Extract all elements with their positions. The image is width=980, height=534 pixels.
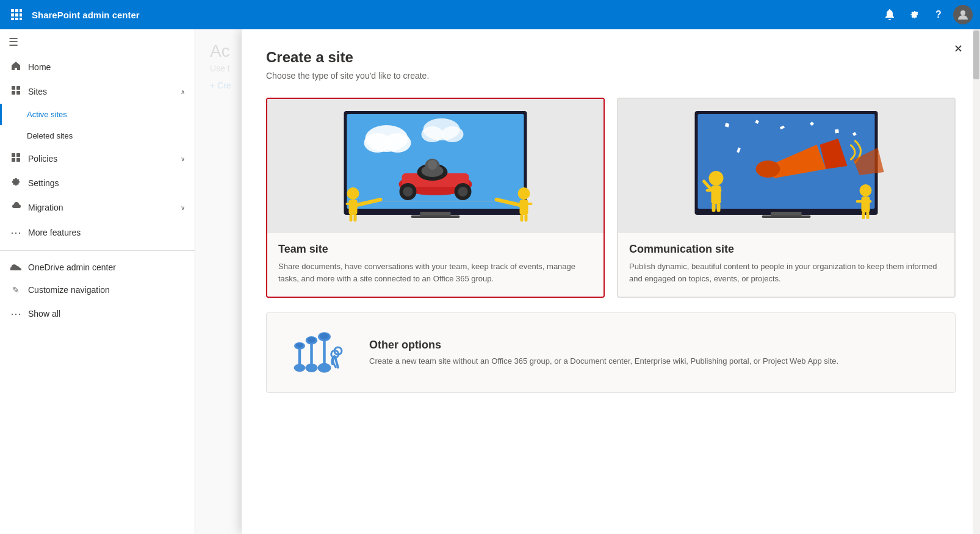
svg-point-92 bbox=[320, 333, 329, 340]
settings-icon[interactable] bbox=[904, 5, 924, 24]
svg-rect-90 bbox=[323, 337, 326, 369]
sidebar-item-migration-label: Migration bbox=[28, 203, 63, 212]
modal-subtitle: Choose the type of site you'd like to cr… bbox=[266, 71, 956, 81]
scroll-thumb bbox=[973, 31, 979, 79]
team-site-info: Team site Share documents, have conversa… bbox=[267, 233, 603, 297]
comm-site-image bbox=[618, 99, 954, 233]
svg-rect-5 bbox=[20, 13, 22, 16]
waffle-icon[interactable] bbox=[7, 5, 26, 24]
svg-rect-79 bbox=[771, 212, 802, 215]
sidebar-item-show-all-label: Show all bbox=[28, 309, 60, 319]
svg-rect-61 bbox=[835, 129, 839, 134]
svg-rect-10 bbox=[12, 86, 15, 90]
migration-icon bbox=[10, 201, 22, 214]
customize-icon: ✎ bbox=[10, 285, 22, 295]
svg-rect-2 bbox=[20, 9, 22, 12]
policies-icon bbox=[10, 153, 22, 165]
sidebar-item-show-all[interactable]: ⋯ Show all bbox=[0, 301, 195, 327]
other-options-card[interactable]: Other options Create a new team site wit… bbox=[266, 312, 956, 393]
comm-site-title: Communication site bbox=[629, 243, 943, 256]
svg-rect-76 bbox=[865, 200, 872, 203]
main-content: Ac Use t + Cre ✕ Create a site Choose th… bbox=[195, 29, 980, 534]
communication-site-card[interactable]: Communication site Publish dynamic, beau… bbox=[617, 98, 956, 298]
sites-chevron: ∧ bbox=[181, 88, 185, 95]
sidebar-item-policies[interactable]: Policies ∨ bbox=[0, 146, 195, 171]
sidebar-item-active-sites[interactable]: Active sites bbox=[0, 104, 195, 125]
team-site-card[interactable]: Team site Share documents, have conversa… bbox=[266, 98, 605, 298]
svg-point-40 bbox=[347, 187, 359, 200]
svg-rect-80 bbox=[762, 215, 811, 218]
app-title: SharePoint admin center bbox=[32, 10, 880, 20]
sidebar-item-more-features[interactable]: ⋯ More features bbox=[0, 220, 195, 245]
modal-close-button[interactable]: ✕ bbox=[948, 39, 968, 59]
svg-rect-78 bbox=[867, 212, 870, 219]
site-type-cards: Team site Share documents, have conversa… bbox=[266, 98, 956, 298]
sidebar-item-more-features-label: More features bbox=[28, 228, 81, 237]
svg-rect-11 bbox=[16, 86, 20, 90]
svg-rect-44 bbox=[350, 214, 353, 222]
team-site-title: Team site bbox=[278, 243, 593, 256]
svg-point-9 bbox=[960, 10, 965, 15]
migration-chevron: ∨ bbox=[181, 204, 185, 211]
home-icon bbox=[10, 61, 22, 73]
other-options-icon bbox=[281, 325, 355, 380]
create-site-modal: ✕ Create a site Choose the type of site … bbox=[242, 29, 980, 534]
svg-point-25 bbox=[422, 126, 444, 142]
svg-rect-1 bbox=[15, 9, 18, 12]
svg-rect-38 bbox=[420, 212, 451, 215]
sidebar-item-settings-label: Settings bbox=[28, 178, 59, 188]
svg-rect-50 bbox=[527, 203, 533, 205]
help-icon[interactable]: ? bbox=[929, 5, 948, 24]
sidebar-item-deleted-sites[interactable]: Deleted sites bbox=[0, 125, 195, 146]
svg-rect-52 bbox=[525, 214, 528, 222]
sidebar-item-customize-label: Customize navigation bbox=[28, 285, 110, 295]
sidebar-divider bbox=[0, 250, 195, 251]
sidebar-item-settings[interactable]: Settings bbox=[0, 171, 195, 195]
other-options-text: Other options Create a new team site wit… bbox=[369, 339, 838, 367]
svg-rect-77 bbox=[862, 212, 865, 219]
avatar[interactable] bbox=[953, 5, 973, 24]
modal-body: Create a site Choose the type of site yo… bbox=[242, 29, 980, 413]
svg-rect-86 bbox=[310, 341, 313, 369]
svg-rect-67 bbox=[712, 186, 721, 204]
svg-rect-48 bbox=[520, 200, 528, 215]
svg-point-65 bbox=[756, 161, 780, 178]
notification-icon[interactable] bbox=[880, 5, 899, 24]
svg-point-84 bbox=[296, 343, 303, 348]
sidebar-item-policies-label: Policies bbox=[28, 154, 57, 164]
svg-point-88 bbox=[308, 337, 316, 343]
svg-point-66 bbox=[709, 171, 724, 186]
sidebar-item-onedrive[interactable]: OneDrive admin center bbox=[0, 256, 195, 279]
sidebar-toggle[interactable]: ☰ bbox=[0, 29, 195, 55]
svg-point-73 bbox=[860, 184, 872, 197]
sidebar-item-active-sites-label: Active sites bbox=[27, 110, 67, 119]
svg-point-36 bbox=[458, 187, 468, 197]
svg-rect-51 bbox=[521, 214, 524, 222]
svg-rect-42 bbox=[346, 203, 352, 205]
sidebar-item-migration[interactable]: Migration ∨ bbox=[0, 195, 195, 220]
modal-overlay[interactable]: ✕ Create a site Choose the type of site … bbox=[195, 29, 980, 534]
svg-rect-0 bbox=[11, 9, 14, 12]
svg-rect-69 bbox=[715, 189, 722, 192]
svg-point-47 bbox=[518, 187, 530, 200]
policies-chevron: ∨ bbox=[181, 156, 185, 162]
other-options-title: Other options bbox=[369, 339, 838, 352]
scroll-indicator[interactable] bbox=[973, 29, 980, 534]
svg-rect-6 bbox=[11, 18, 14, 20]
settings-sidebar-icon bbox=[10, 177, 22, 189]
sidebar-item-sites[interactable]: Sites ∧ bbox=[0, 79, 195, 104]
svg-rect-13 bbox=[16, 91, 20, 95]
svg-rect-14 bbox=[12, 153, 15, 157]
svg-rect-4 bbox=[15, 13, 18, 16]
svg-rect-16 bbox=[12, 158, 15, 162]
svg-rect-8 bbox=[20, 18, 22, 20]
sidebar-item-customize[interactable]: ✎ Customize navigation bbox=[0, 279, 195, 301]
svg-rect-12 bbox=[12, 91, 15, 95]
other-options-description: Create a new team site without an Office… bbox=[369, 355, 838, 367]
topbar: SharePoint admin center ? bbox=[0, 0, 980, 29]
sidebar-item-onedrive-label: OneDrive admin center bbox=[28, 262, 116, 272]
svg-rect-41 bbox=[349, 200, 358, 215]
sidebar-item-home[interactable]: Home bbox=[0, 55, 195, 79]
sidebar-item-sites-label: Sites bbox=[28, 87, 47, 96]
more-features-icon: ⋯ bbox=[10, 226, 22, 239]
